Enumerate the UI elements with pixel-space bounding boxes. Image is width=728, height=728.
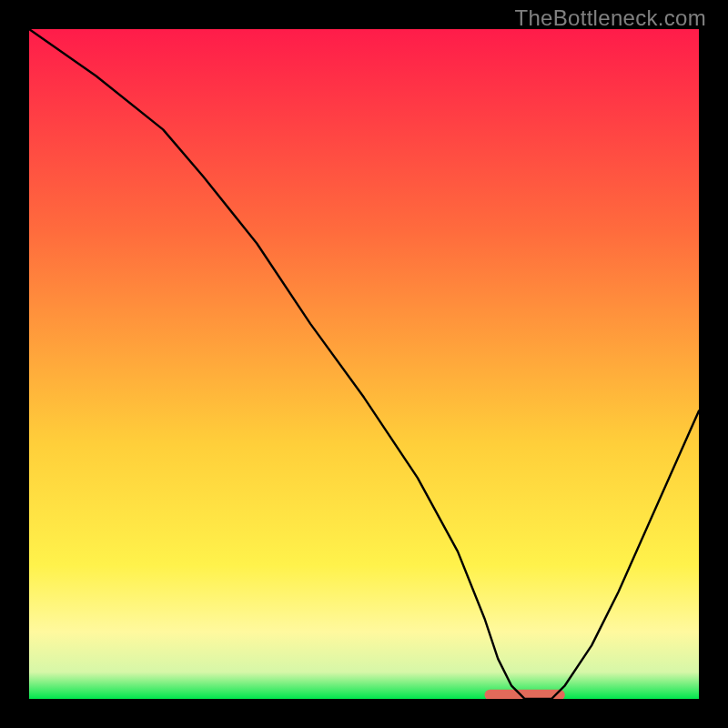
chart-frame: TheBottleneck.com [0, 0, 728, 728]
plot-area [29, 29, 699, 699]
gradient-background [29, 29, 699, 699]
watermark-text: TheBottleneck.com [514, 5, 706, 31]
chart-svg [29, 29, 699, 699]
